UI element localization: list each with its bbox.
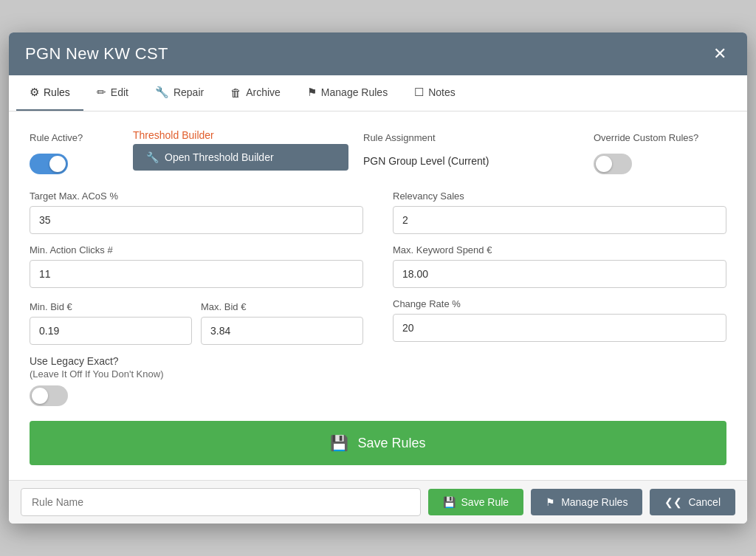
override-toggle[interactable] — [594, 154, 632, 174]
max-keyword-spend-input[interactable] — [393, 260, 726, 288]
change-rate-field: Change Rate % — [393, 298, 726, 342]
tab-repair[interactable]: 🔧 Repair — [142, 75, 217, 111]
legacy-exact-slider — [30, 385, 68, 406]
relevancy-sales-label: Relevancy Sales — [393, 191, 726, 202]
modal-title: PGN New KW CST — [25, 44, 168, 64]
save-rules-label: Save Rules — [357, 436, 425, 451]
left-fields: Target Max. ACoS % Min. Action Clicks # … — [30, 188, 363, 406]
legacy-exact-label: Use Legacy Exact? — [30, 355, 363, 367]
tab-notes-label: Notes — [428, 86, 456, 98]
edit-icon: ✏ — [97, 86, 106, 99]
override-slider — [594, 154, 632, 174]
footer-back-icon: ❮❮ — [664, 496, 682, 508]
tab-repair-label: Repair — [173, 86, 204, 98]
rule-active-toggle[interactable] — [30, 154, 68, 174]
rule-active-slider — [30, 154, 68, 174]
footer-cancel-label: Cancel — [688, 496, 721, 508]
open-threshold-label: Open Threshold Builder — [165, 151, 274, 163]
max-bid-input[interactable] — [201, 317, 363, 345]
modal-body: Rule Active? Threshold Builder 🔧 Open Th… — [9, 111, 747, 480]
right-fields: Relevancy Sales Max. Keyword Spend € Cha… — [393, 188, 726, 406]
change-rate-label: Change Rate % — [393, 298, 726, 309]
max-bid-field: Max. Bid € — [201, 298, 363, 345]
tab-rules[interactable]: ⚙ Rules — [16, 75, 83, 111]
rule-name-input[interactable] — [21, 488, 421, 516]
footer-floppy-icon: 💾 — [443, 496, 456, 508]
footer-save-rule-label: Save Rule — [461, 496, 509, 508]
min-action-clicks-label: Min. Action Clicks # — [30, 244, 363, 255]
rule-assignment-label: Rule Assignment — [363, 132, 579, 143]
main-modal: PGN New KW CST ✕ ⚙ Rules ✏ Edit 🔧 Repair… — [9, 32, 747, 524]
notes-icon: ☐ — [414, 86, 424, 99]
override-label: Override Custom Rules? — [594, 132, 726, 143]
tab-manage-rules-label: Manage Rules — [321, 86, 388, 98]
close-button[interactable]: ✕ — [709, 44, 731, 64]
min-bid-label: Min. Bid € — [30, 301, 192, 312]
tab-notes[interactable]: ☐ Notes — [401, 75, 469, 111]
footer-save-rule-button[interactable]: 💾 Save Rule — [428, 489, 524, 515]
open-threshold-button[interactable]: 🔧 Open Threshold Builder — [133, 144, 348, 171]
override-section: Override Custom Rules? — [594, 129, 726, 174]
rule-assignment-section: Rule Assignment PGN Group Level (Current… — [363, 129, 579, 167]
bid-fields: Min. Bid € Max. Bid € — [30, 298, 363, 345]
min-action-clicks-input[interactable] — [30, 260, 363, 288]
rule-active-label: Rule Active? — [30, 132, 118, 143]
fields-area: Target Max. ACoS % Min. Action Clicks # … — [30, 188, 726, 406]
target-max-acos-label: Target Max. ACoS % — [30, 191, 363, 202]
tab-manage-rules[interactable]: ⚑ Manage Rules — [294, 75, 401, 111]
tab-rules-label: Rules — [44, 86, 70, 98]
tab-bar: ⚙ Rules ✏ Edit 🔧 Repair 🗑 Archive ⚑ Mana… — [9, 75, 747, 111]
save-floppy-icon: 💾 — [330, 434, 348, 452]
rule-active-section: Rule Active? — [30, 129, 118, 174]
footer-flag-icon: ⚑ — [546, 496, 555, 508]
rule-assignment-value: PGN Group Level (Current) — [363, 151, 579, 167]
change-rate-input[interactable] — [393, 314, 726, 342]
target-max-acos-input[interactable] — [30, 206, 363, 234]
relevancy-sales-input[interactable] — [393, 206, 726, 234]
footer-manage-rules-button[interactable]: ⚑ Manage Rules — [531, 489, 642, 515]
legacy-exact-section: Use Legacy Exact? (Leave It Off If You D… — [30, 355, 363, 406]
modal-footer: 💾 Save Rule ⚑ Manage Rules ❮❮ Cancel — [9, 480, 747, 524]
tab-edit[interactable]: ✏ Edit — [83, 75, 142, 111]
relevancy-sales-field: Relevancy Sales — [393, 191, 726, 234]
rules-icon: ⚙ — [30, 86, 39, 99]
min-action-clicks-field: Min. Action Clicks # — [30, 244, 363, 288]
manage-rules-icon: ⚑ — [307, 86, 317, 99]
repair-icon: 🔧 — [155, 86, 169, 99]
min-bid-input[interactable] — [30, 317, 192, 345]
min-bid-field: Min. Bid € — [30, 298, 192, 345]
footer-manage-rules-label: Manage Rules — [561, 496, 628, 508]
target-max-acos-field: Target Max. ACoS % — [30, 191, 363, 234]
max-bid-label: Max. Bid € — [201, 301, 363, 312]
max-keyword-spend-label: Max. Keyword Spend € — [393, 244, 726, 255]
modal-header: PGN New KW CST ✕ — [9, 32, 747, 75]
threshold-builder-label: Threshold Builder — [133, 129, 348, 141]
tab-archive[interactable]: 🗑 Archive — [217, 75, 294, 111]
footer-cancel-button[interactable]: ❮❮ Cancel — [650, 489, 735, 515]
archive-icon: 🗑 — [230, 86, 241, 99]
max-keyword-spend-field: Max. Keyword Spend € — [393, 244, 726, 288]
save-rules-button[interactable]: 💾 Save Rules — [30, 421, 726, 465]
tab-edit-label: Edit — [111, 86, 128, 98]
threshold-section: Threshold Builder 🔧 Open Threshold Build… — [133, 129, 348, 171]
wrench-icon: 🔧 — [146, 151, 159, 163]
legacy-exact-toggle[interactable] — [30, 385, 68, 406]
tab-archive-label: Archive — [246, 86, 281, 98]
legacy-exact-sub: (Leave It Off If You Don't Know) — [30, 368, 363, 380]
